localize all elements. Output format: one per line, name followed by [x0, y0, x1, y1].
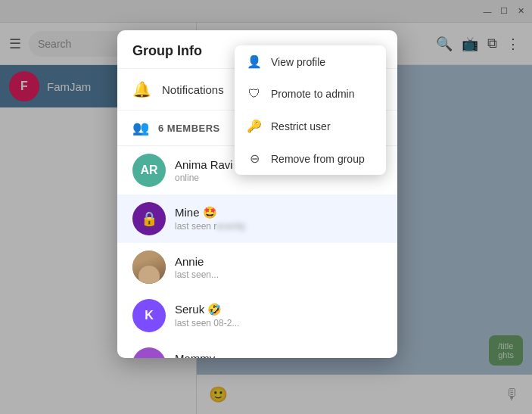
- member-avatar: K: [132, 299, 166, 332]
- member-avatar: AR: [132, 154, 166, 187]
- member-info: Mine 🤩 last seen recently: [175, 206, 382, 232]
- view-profile-icon: 👤: [247, 54, 262, 69]
- context-item-remove-from-group[interactable]: ⊖ Remove from group: [235, 142, 386, 175]
- view-profile-label: View profile: [271, 56, 325, 68]
- member-status: last seen...: [175, 269, 382, 280]
- member-status: last seen 08-2...: [175, 318, 382, 328]
- member-avatar: 🔒: [132, 202, 166, 235]
- member-info: Seruk 🤣 last seen 08-2...: [175, 303, 382, 328]
- context-menu: 👤 View profile 🛡 Promote to admin 🔑 Rest…: [235, 45, 386, 175]
- member-list: AR Anima Ravi online owner 🔒 Mine 🤩 last…: [117, 146, 397, 358]
- member-item[interactable]: Annie last seen...: [117, 243, 397, 291]
- context-item-restrict-user[interactable]: 🔑 Restrict user: [235, 110, 386, 142]
- member-name: Mammy: [175, 352, 382, 359]
- member-info: Annie last seen...: [175, 255, 382, 280]
- promote-admin-icon: 🛡: [247, 87, 262, 101]
- restrict-user-icon: 🔑: [247, 119, 262, 133]
- members-icon: 👥: [132, 120, 149, 136]
- context-item-promote-admin[interactable]: 🛡 Promote to admin: [235, 78, 386, 110]
- member-avatar: [132, 251, 166, 284]
- member-item[interactable]: K Seruk 🤣 last seen 08-2...: [117, 291, 397, 340]
- member-name: Annie: [175, 255, 382, 268]
- member-name: Seruk 🤣: [175, 303, 382, 316]
- modal-title: Group Info: [132, 43, 202, 59]
- member-status: last seen recently: [175, 221, 382, 232]
- context-item-view-profile[interactable]: 👤 View profile: [235, 45, 386, 78]
- promote-admin-label: Promote to admin: [271, 88, 355, 100]
- member-avatar: M: [132, 347, 166, 358]
- bell-icon: 🔔: [132, 80, 151, 98]
- member-info: Mammy last seen 03-0-2022: [175, 352, 382, 359]
- restrict-user-label: Restrict user: [271, 120, 331, 132]
- remove-group-label: Remove from group: [271, 153, 365, 165]
- member-item[interactable]: M Mammy last seen 03-0-2022: [117, 340, 397, 358]
- member-item[interactable]: 🔒 Mine 🤩 last seen recently: [117, 195, 397, 243]
- remove-group-icon: ⊖: [247, 151, 262, 166]
- member-name: Mine 🤩: [175, 206, 382, 219]
